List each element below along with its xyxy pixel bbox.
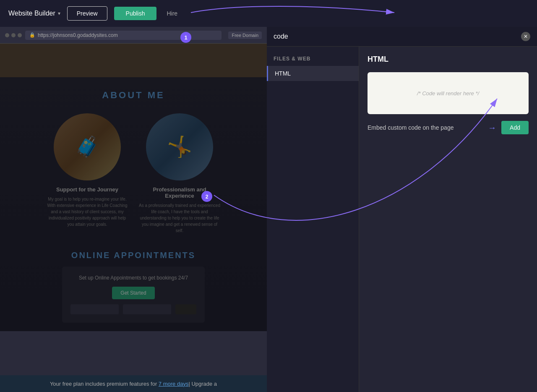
chevron-down-icon: ▾ — [58, 10, 60, 16]
annotation-badge-1: 1 — [180, 32, 191, 43]
lock-icon: 🔒 — [29, 32, 35, 38]
browser-dot-yellow — [11, 33, 16, 37]
card-support: 🧳 Support for the Journey My goal is to … — [45, 113, 129, 234]
brand-label: Website Builder — [8, 10, 55, 17]
browser-dot-red — [5, 33, 9, 37]
about-title: ABOUT ME — [8, 90, 258, 101]
card2-desc: As a professionally trained and experien… — [138, 202, 222, 234]
panel-nav: Files & Web HTML — [267, 47, 359, 392]
panel-right-title: HTML — [368, 55, 529, 64]
browser-url-bar[interactable]: 🔒 https://johnsons0.godaddysites.com — [25, 31, 222, 40]
brand-title[interactable]: Website Builder ▾ — [8, 10, 60, 17]
main-layout: 🔒 https://johnsons0.godaddysites.com Fre… — [0, 27, 537, 392]
hero-strip — [0, 44, 267, 77]
browser-chrome: 🔒 https://johnsons0.godaddysites.com Fre… — [0, 27, 267, 44]
html-nav-label: HTML — [275, 70, 291, 77]
panel-right: HTML /* Code will render here */ Embed c… — [359, 47, 537, 392]
appt-row — [70, 304, 196, 314]
card-professionalism: 🤸 Professionalism and Experience As a pr… — [138, 113, 222, 234]
header-bar: Website Builder ▾ Preview Publish Hire — [0, 0, 537, 27]
bottom-bar-text: Your free plan includes premium features… — [50, 381, 157, 387]
card-circle-luggage: 🧳 — [54, 113, 121, 180]
preview-button[interactable]: Preview — [67, 6, 107, 21]
website-content-area: ABOUT ME 🧳 Support for the Journey My go… — [0, 44, 267, 331]
appointments-text: Set up Online Appointments to get bookin… — [70, 275, 196, 281]
panel-nav-item-html[interactable]: HTML — [267, 66, 359, 81]
browser-dots — [5, 33, 22, 37]
browser-dot-green — [18, 33, 22, 37]
appt-field-1 — [70, 304, 119, 314]
search-bar[interactable]: ✕ ✕ — [267, 27, 537, 47]
panel-nav-section-label: Files & Web — [267, 53, 359, 64]
get-started-button[interactable]: Get Started — [112, 287, 154, 299]
appt-field-2 — [123, 304, 171, 314]
card1-desc: My goal is to help you re-imagine your l… — [45, 196, 129, 227]
search-clear-button[interactable]: ✕ — [521, 32, 530, 41]
appointments-section: ONLINE APPOINTMENTS Set up Online Appoin… — [0, 242, 267, 331]
embed-label: Embed custom code on the page — [368, 124, 483, 131]
add-button[interactable]: Add — [501, 121, 529, 134]
about-section: ABOUT ME 🧳 Support for the Journey My go… — [0, 77, 267, 242]
bottom-bar-link[interactable]: 7 more days — [159, 381, 189, 387]
cards-row: 🧳 Support for the Journey My goal is to … — [8, 113, 258, 234]
hire-label: Hire — [167, 10, 177, 17]
card-circle-people: 🤸 — [146, 113, 213, 180]
bottom-bar-suffix: | Upgrade a — [188, 381, 217, 387]
html-preview-text: /* Code will render here */ — [417, 90, 479, 97]
free-domain-btn[interactable]: Free Domain — [228, 31, 262, 39]
sidebar-panel: ✕ ✕ Files & Web HTML HTML /* Code will — [267, 27, 537, 392]
appointments-title: ONLINE APPOINTMENTS — [8, 251, 258, 260]
search-input[interactable] — [274, 33, 521, 40]
embed-row: Embed custom code on the page → Add — [368, 121, 529, 134]
website-preview: 🔒 https://johnsons0.godaddysites.com Fre… — [0, 27, 267, 392]
clear-icon: ✕ — [524, 34, 528, 39]
url-text: https://johnsons0.godaddysites.com — [38, 32, 118, 38]
embed-arrow-icon: → — [488, 123, 496, 133]
appointments-card: Set up Online Appointments to get bookin… — [62, 267, 205, 323]
bottom-bar: Your free plan includes premium features… — [0, 375, 267, 392]
browser-actions: Free Domain — [228, 31, 262, 39]
publish-button[interactable]: Publish — [114, 7, 157, 20]
appt-btn — [175, 304, 196, 314]
html-preview-card: /* Code will render here */ — [368, 72, 529, 114]
panel-content: Files & Web HTML HTML /* Code will rende… — [267, 47, 537, 392]
card1-title: Support for the Journey — [45, 186, 129, 193]
card2-title: Professionalism and Experience — [138, 186, 222, 199]
